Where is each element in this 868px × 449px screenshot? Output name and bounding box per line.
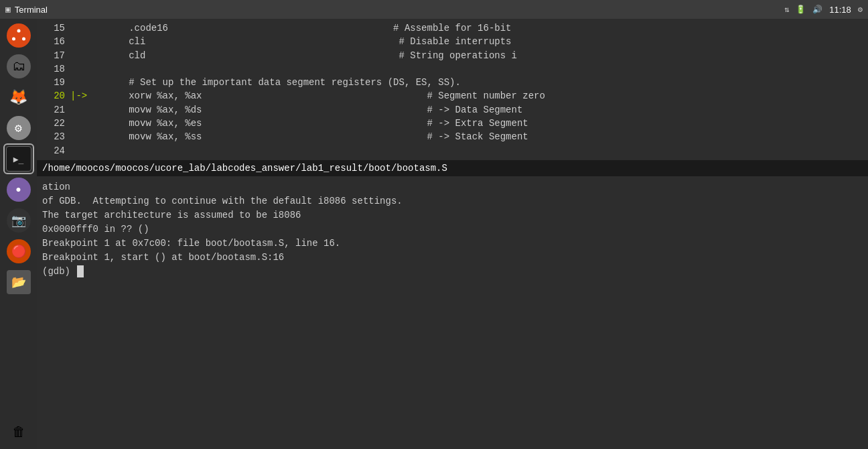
terminal-title-icon: ▣ — [5, 4, 11, 15]
terminal-cursor — [77, 265, 84, 277]
code-line: 21 movw %ax, %ds # -> Data Segment — [37, 103, 868, 117]
line-marker — [70, 130, 84, 143]
sidebar-item-firefox[interactable]: 🦊 — [5, 83, 33, 111]
line-number: 19 — [37, 76, 70, 89]
code-line: 15 .code16 # Assemble for 16-bit — [37, 21, 868, 35]
sidebar-item-files[interactable]: 🗂 — [5, 52, 33, 80]
sidebar-item-camera[interactable]: 📷 — [5, 206, 33, 235]
gdb-output-line: 0x0000fff0 in ?? () — [42, 222, 863, 237]
gdb-output-line: ation — [42, 180, 863, 194]
code-line: 20|-> xorw %ax, %ax # Segment number zer… — [37, 89, 868, 103]
code-line: 17 cld # String operations i — [37, 49, 868, 62]
titlebar: ▣ Terminal ⇅ 🔋 🔊 11:18 ⚙ — [0, 0, 868, 19]
line-marker — [70, 76, 84, 89]
gdb-output-line: of GDB. Attempting to continue with the … — [42, 194, 863, 208]
volume-icon: 🔊 — [812, 5, 822, 15]
code-line: 19 # Set up the important data segment r… — [37, 76, 868, 89]
code-line: 18 — [37, 62, 868, 76]
svg-point-3 — [22, 38, 25, 41]
line-number: 23 — [37, 130, 70, 143]
gdb-output-line: Breakpoint 1 at 0x7c00: file boot/bootas… — [42, 237, 863, 251]
titlebar-right: ⇅ 🔋 🔊 11:18 ⚙ — [784, 5, 863, 15]
gdb-code-area: 15 .code16 # Assemble for 16-bit16 cli #… — [37, 19, 868, 160]
battery-icon: 🔋 — [796, 5, 806, 15]
line-number: 15 — [37, 21, 70, 35]
line-marker — [70, 35, 84, 48]
line-marker — [70, 49, 84, 62]
main-area: 🗂 🦊 ⚙ ▶_ ● 📷 — [0, 19, 868, 449]
sidebar-item-terminal[interactable]: ▶_ — [5, 145, 33, 173]
gdb-output-area[interactable]: ationof GDB. Attempting to continue with… — [37, 176, 868, 449]
terminal-content: 15 .code16 # Assemble for 16-bit16 cli #… — [37, 19, 868, 449]
code-line: 24 — [37, 144, 868, 157]
line-number: 16 — [37, 35, 70, 48]
gdb-output-line: Breakpoint 1, start () at boot/bootasm.S… — [42, 251, 863, 265]
sidebar-dock: 🗂 🦊 ⚙ ▶_ ● 📷 — [0, 19, 37, 449]
sidebar-item-trash[interactable]: 🗑 — [5, 418, 33, 446]
line-number: 24 — [37, 144, 70, 157]
time-display: 11:18 — [829, 5, 851, 15]
code-line: 23 movw %ax, %ss # -> Stack Segment — [37, 130, 868, 143]
filepath-bar: /home/moocos/moocos/ucore_lab/labcodes_a… — [37, 160, 868, 176]
line-content: movw %ax, %es # -> Extra Segment — [84, 117, 528, 130]
svg-point-1 — [17, 29, 20, 33]
line-marker — [70, 62, 84, 76]
sidebar-item-settings[interactable]: ⚙ — [5, 114, 33, 142]
line-content: movw %ax, %ss # -> Stack Segment — [84, 130, 528, 143]
sidebar-item-ubuntu[interactable] — [5, 21, 33, 50]
arrows-icon: ⇅ — [784, 5, 789, 15]
line-content: cli # Disable interrupts — [84, 35, 512, 48]
line-number: 22 — [37, 117, 70, 130]
sidebar-item-red[interactable]: 🔴 — [5, 237, 33, 265]
code-line: 16 cli # Disable interrupts — [37, 35, 868, 48]
titlebar-title: Terminal — [15, 5, 48, 15]
sidebar-item-folder[interactable]: 📂 — [5, 268, 33, 296]
line-content: cld # String operations i — [84, 49, 517, 62]
svg-point-2 — [12, 38, 15, 41]
line-marker: |-> — [70, 89, 84, 103]
line-content: movw %ax, %ds # -> Data Segment — [84, 103, 522, 117]
line-content: xorw %ax, %ax # Segment number zero — [84, 89, 545, 103]
line-number: 21 — [37, 103, 70, 117]
line-number: 17 — [37, 49, 70, 62]
line-content: .code16 # Assemble for 16-bit — [84, 21, 512, 35]
titlebar-left: ▣ Terminal — [5, 4, 48, 15]
line-marker — [70, 117, 84, 130]
line-content: # Set up the important data segment regi… — [84, 76, 461, 89]
line-marker — [70, 103, 84, 117]
gdb-prompt-line[interactable]: (gdb) — [42, 265, 863, 279]
code-line: 22 movw %ax, %es # -> Extra Segment — [37, 117, 868, 130]
sidebar-item-purple[interactable]: ● — [5, 176, 33, 204]
gdb-output-line: The target architecture is assumed to be… — [42, 208, 863, 222]
settings-icon[interactable]: ⚙ — [858, 5, 863, 15]
line-marker — [70, 144, 84, 157]
line-number: 20 — [37, 89, 70, 103]
line-marker — [70, 21, 84, 35]
line-number: 18 — [37, 62, 70, 76]
